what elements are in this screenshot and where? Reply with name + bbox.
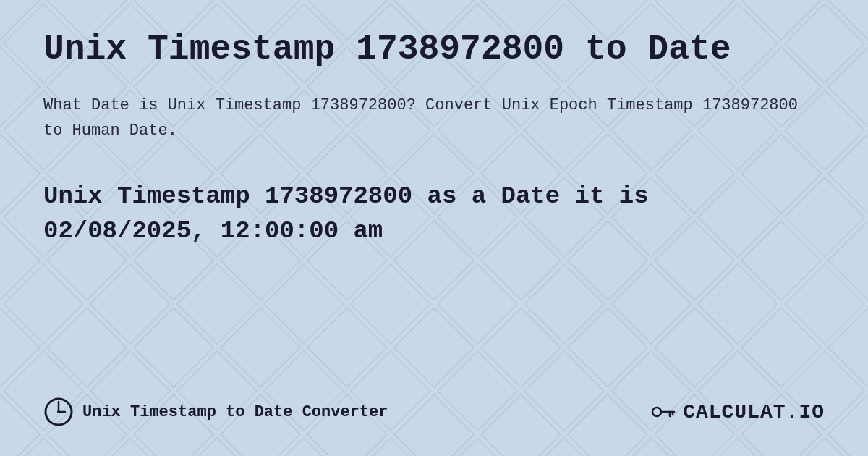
footer-link-text: Unix Timestamp to Date Converter — [82, 403, 388, 421]
logo-text: CALCULAT.IO — [683, 401, 825, 423]
description-text: What Date is Unix Timestamp 1738972800? … — [43, 93, 825, 143]
result-text: Unix Timestamp 1738972800 as a Date it i… — [43, 180, 825, 248]
clock-icon — [43, 397, 74, 427]
svg-point-10 — [652, 408, 661, 416]
svg-point-9 — [57, 410, 60, 413]
page-title: Unix Timestamp 1738972800 to Date — [43, 29, 825, 71]
footer-link[interactable]: Unix Timestamp to Date Converter — [43, 397, 388, 427]
logo-area[interactable]: CALCULAT.IO — [648, 397, 825, 426]
calculator-icon — [648, 397, 677, 426]
